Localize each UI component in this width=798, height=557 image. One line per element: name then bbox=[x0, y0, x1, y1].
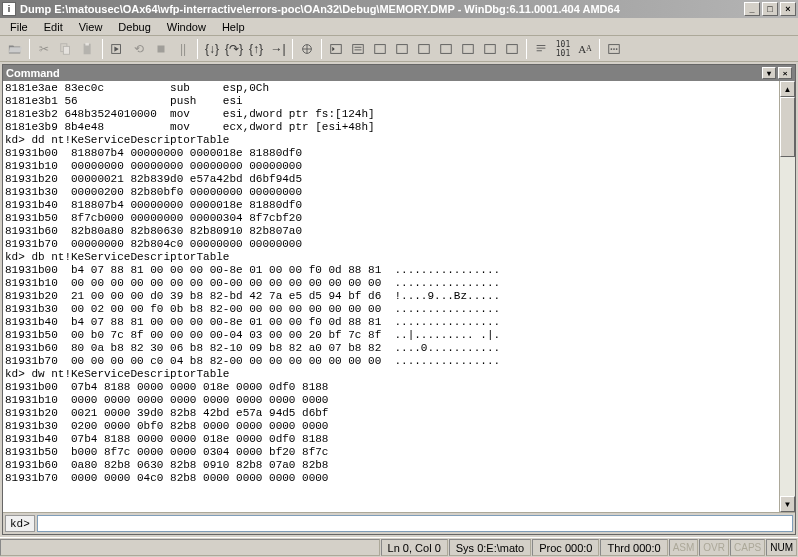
command-header-text: Command bbox=[6, 67, 762, 79]
paste-icon[interactable] bbox=[77, 38, 99, 60]
command-panel: Command ▾ × 8181e3ae 83ec0c sub esp,0Ch … bbox=[2, 64, 796, 535]
vertical-scrollbar[interactable]: ▲ ▼ bbox=[779, 81, 795, 512]
disasm-icon[interactable] bbox=[457, 38, 479, 60]
step-over-icon[interactable]: {↷} bbox=[223, 38, 245, 60]
options-icon[interactable] bbox=[603, 38, 625, 60]
status-caps: CAPS bbox=[730, 539, 765, 556]
break-icon[interactable]: || bbox=[172, 38, 194, 60]
command-icon[interactable] bbox=[325, 38, 347, 60]
restart-icon[interactable]: ⟲ bbox=[128, 38, 150, 60]
status-thrd: Thrd 000:0 bbox=[600, 539, 667, 556]
registers-icon[interactable] bbox=[391, 38, 413, 60]
svg-point-19 bbox=[616, 48, 618, 50]
font-icon[interactable]: AA bbox=[574, 38, 596, 60]
scroll-thumb[interactable] bbox=[780, 97, 795, 157]
menu-edit[interactable]: Edit bbox=[36, 19, 71, 35]
menu-file[interactable]: File bbox=[2, 19, 36, 35]
close-button[interactable]: × bbox=[780, 2, 796, 16]
step-out-icon[interactable]: {↑} bbox=[245, 38, 267, 60]
svg-rect-7 bbox=[331, 44, 342, 53]
panel-menu-icon[interactable]: ▾ bbox=[762, 67, 776, 79]
stop-icon[interactable] bbox=[150, 38, 172, 60]
svg-rect-1 bbox=[63, 46, 69, 54]
locals-icon[interactable] bbox=[369, 38, 391, 60]
cut-icon[interactable]: ✂ bbox=[33, 38, 55, 60]
copy-icon[interactable] bbox=[55, 38, 77, 60]
svg-rect-5 bbox=[158, 45, 165, 52]
source-mode-icon[interactable] bbox=[530, 38, 552, 60]
open-icon[interactable] bbox=[4, 38, 26, 60]
scroll-down-icon[interactable]: ▼ bbox=[780, 496, 795, 512]
run-to-cursor-icon[interactable]: →| bbox=[267, 38, 289, 60]
processes-icon[interactable] bbox=[501, 38, 523, 60]
command-output: 8181e3ae 83ec0c sub esp,0Ch 8181e3b1 56 … bbox=[3, 81, 779, 512]
scroll-track[interactable] bbox=[780, 97, 795, 496]
status-asm: ASM bbox=[669, 539, 699, 556]
menu-window[interactable]: Window bbox=[159, 19, 214, 35]
svg-rect-13 bbox=[463, 44, 474, 53]
watch-icon[interactable] bbox=[347, 38, 369, 60]
toolbar: ✂ ⟲ || {↓} {↷} {↑} →| 101101 AA bbox=[0, 36, 798, 62]
prompt-label: kd> bbox=[5, 515, 35, 532]
title-bar: i Dump E:\matousec\OAx64\wfp-interractiv… bbox=[0, 0, 798, 18]
binary-icon[interactable]: 101101 bbox=[552, 38, 574, 60]
menu-help[interactable]: Help bbox=[214, 19, 253, 35]
maximize-button[interactable]: □ bbox=[762, 2, 778, 16]
window-title: Dump E:\matousec\OAx64\wfp-interractive\… bbox=[20, 3, 744, 15]
svg-rect-11 bbox=[419, 44, 430, 53]
menu-debug[interactable]: Debug bbox=[110, 19, 158, 35]
scroll-up-icon[interactable]: ▲ bbox=[780, 81, 795, 97]
svg-rect-9 bbox=[375, 44, 386, 53]
status-ovr: OVR bbox=[699, 539, 729, 556]
svg-rect-8 bbox=[353, 44, 364, 53]
breakpoint-icon[interactable] bbox=[296, 38, 318, 60]
menu-bar: File Edit View Debug Window Help bbox=[0, 18, 798, 36]
svg-rect-15 bbox=[507, 44, 518, 53]
svg-rect-12 bbox=[441, 44, 452, 53]
go-icon[interactable] bbox=[106, 38, 128, 60]
scratch-icon[interactable] bbox=[479, 38, 501, 60]
command-input-row: kd> bbox=[3, 512, 795, 534]
svg-rect-14 bbox=[485, 44, 496, 53]
panel-close-icon[interactable]: × bbox=[778, 67, 792, 79]
minimize-button[interactable]: _ bbox=[744, 2, 760, 16]
command-header: Command ▾ × bbox=[3, 65, 795, 81]
command-input[interactable] bbox=[37, 515, 793, 532]
status-proc: Proc 000:0 bbox=[532, 539, 599, 556]
menu-view[interactable]: View bbox=[71, 19, 111, 35]
status-line-col: Ln 0, Col 0 bbox=[381, 539, 448, 556]
status-num: NUM bbox=[766, 539, 797, 556]
svg-point-17 bbox=[611, 48, 613, 50]
status-sys: Sys 0:E:\mato bbox=[449, 539, 531, 556]
callstack-icon[interactable] bbox=[435, 38, 457, 60]
svg-rect-10 bbox=[397, 44, 408, 53]
svg-rect-3 bbox=[85, 42, 89, 45]
app-icon: i bbox=[2, 2, 16, 16]
status-bar: Ln 0, Col 0 Sys 0:E:\mato Proc 000:0 Thr… bbox=[0, 537, 798, 557]
svg-point-18 bbox=[613, 48, 615, 50]
step-into-icon[interactable]: {↓} bbox=[201, 38, 223, 60]
status-empty bbox=[0, 539, 380, 556]
memory-icon[interactable] bbox=[413, 38, 435, 60]
